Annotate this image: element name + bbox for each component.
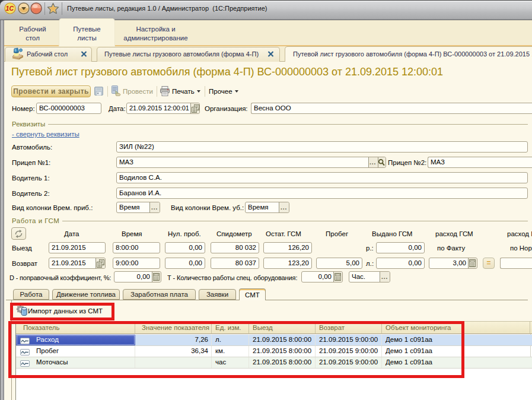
svg-text:1С: 1С — [6, 5, 14, 12]
